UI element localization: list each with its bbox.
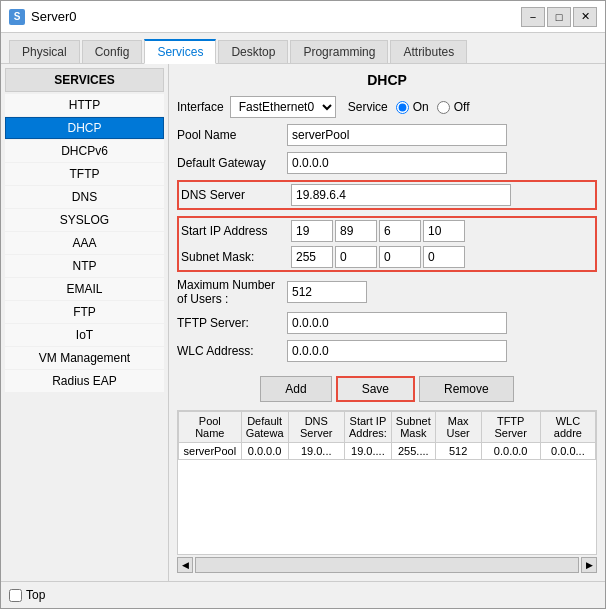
tab-bar: Physical Config Services Desktop Program… [1, 33, 605, 64]
col-max-user: Max User [435, 412, 481, 443]
max-users-input[interactable] [287, 281, 367, 303]
pool-name-row: Pool Name [177, 124, 597, 146]
sidebar-item-dns[interactable]: DNS [5, 186, 164, 208]
start-ip-2[interactable] [335, 220, 377, 242]
sidebar-item-email[interactable]: EMAIL [5, 278, 164, 300]
scroll-track[interactable] [195, 557, 579, 573]
start-ip-4[interactable] [423, 220, 465, 242]
panel-title: DHCP [177, 72, 597, 88]
pool-name-input[interactable] [287, 124, 507, 146]
subnet-mask-1[interactable] [291, 246, 333, 268]
col-subnet-mask: SubnetMask [391, 412, 435, 443]
sidebar-item-iot[interactable]: IoT [5, 324, 164, 346]
cell-start-ip: 19.0.... [344, 443, 391, 460]
col-tftp-server: TFTP Server [481, 412, 540, 443]
top-label: Top [26, 588, 45, 602]
app-icon: S [9, 9, 25, 25]
subnet-mask-4[interactable] [423, 246, 465, 268]
start-ip-row: Start IP Address [181, 220, 593, 242]
cell-pool-name: serverPool [179, 443, 242, 460]
subnet-mask-2[interactable] [335, 246, 377, 268]
tftp-server-row: TFTP Server: [177, 312, 597, 334]
title-bar: S Server0 − □ ✕ [1, 1, 605, 33]
sidebar-item-dhcpv6[interactable]: DHCPv6 [5, 140, 164, 162]
col-start-ip: Start IPAddres: [344, 412, 391, 443]
scroll-left-arrow[interactable]: ◀ [177, 557, 193, 573]
action-buttons: Add Save Remove [177, 376, 597, 402]
maximize-button[interactable]: □ [547, 7, 571, 27]
default-gw-input[interactable] [287, 152, 507, 174]
subnet-mask-3[interactable] [379, 246, 421, 268]
sidebar-item-ntp[interactable]: NTP [5, 255, 164, 277]
cell-max-user: 512 [435, 443, 481, 460]
col-wlc-addre: WLC addre [540, 412, 595, 443]
cell-subnet-mask: 255.... [391, 443, 435, 460]
wlc-address-row: WLC Address: [177, 340, 597, 362]
tftp-server-input[interactable] [287, 312, 507, 334]
tftp-server-label: TFTP Server: [177, 316, 287, 330]
service-group: Service On Off [348, 100, 470, 114]
cell-tftp-server: 0.0.0.0 [481, 443, 540, 460]
sidebar-scroll: HTTP DHCP DHCPv6 TFTP DNS SYSLOG AAA NTP… [5, 94, 164, 577]
sidebar-item-tftp[interactable]: TFTP [5, 163, 164, 185]
start-ip-3[interactable] [379, 220, 421, 242]
max-users-row: Maximum Number of Users : [177, 278, 597, 306]
window-title: Server0 [31, 9, 521, 24]
dns-server-input[interactable] [291, 184, 511, 206]
tab-physical[interactable]: Physical [9, 40, 80, 63]
sidebar-item-syslog[interactable]: SYSLOG [5, 209, 164, 231]
sidebar-item-aaa[interactable]: AAA [5, 232, 164, 254]
wlc-address-input[interactable] [287, 340, 507, 362]
remove-button[interactable]: Remove [419, 376, 514, 402]
top-checkbox-label[interactable]: Top [9, 588, 45, 602]
col-default-gw: DefaultGatewa [241, 412, 288, 443]
table-row: serverPool 0.0.0.0 19.0... 19.0.... 255.… [179, 443, 596, 460]
horizontal-scrollbar[interactable]: ◀ ▶ [177, 557, 597, 573]
dhcp-table: Pool Name DefaultGatewa DNS Server Start… [178, 411, 596, 460]
sidebar-item-radius-eap[interactable]: Radius EAP [5, 370, 164, 392]
dns-server-row: DNS Server [181, 184, 593, 206]
sidebar-item-vm-management[interactable]: VM Management [5, 347, 164, 369]
cell-wlc-addre: 0.0.0... [540, 443, 595, 460]
content-area: SERVICES HTTP DHCP DHCPv6 TFTP DNS SYSLO… [1, 64, 605, 581]
pool-name-label: Pool Name [177, 128, 287, 142]
scroll-right-arrow[interactable]: ▶ [581, 557, 597, 573]
title-bar-controls: − □ ✕ [521, 7, 597, 27]
sidebar: SERVICES HTTP DHCP DHCPv6 TFTP DNS SYSLO… [1, 64, 169, 581]
subnet-mask-label: Subnet Mask: [181, 250, 291, 264]
subnet-mask-row: Subnet Mask: [181, 246, 593, 268]
cell-default-gw: 0.0.0.0 [241, 443, 288, 460]
start-ip-label: Start IP Address [181, 224, 291, 238]
start-ip-1[interactable] [291, 220, 333, 242]
tab-programming[interactable]: Programming [290, 40, 388, 63]
tab-services[interactable]: Services [144, 39, 216, 64]
service-label: Service [348, 100, 388, 114]
dns-server-label: DNS Server [181, 188, 291, 202]
dns-server-highlighted: DNS Server [177, 180, 597, 210]
dhcp-table-container: Pool Name DefaultGatewa DNS Server Start… [177, 410, 597, 555]
sidebar-item-http[interactable]: HTTP [5, 94, 164, 116]
main-panel: DHCP Interface FastEthernet0 Service On … [169, 64, 605, 581]
close-button[interactable]: ✕ [573, 7, 597, 27]
ip-subnet-highlighted: Start IP Address Subnet Mask: [177, 216, 597, 272]
default-gw-row: Default Gateway [177, 152, 597, 174]
tab-config[interactable]: Config [82, 40, 143, 63]
add-button[interactable]: Add [260, 376, 331, 402]
sidebar-item-ftp[interactable]: FTP [5, 301, 164, 323]
service-off-radio[interactable]: Off [437, 100, 470, 114]
minimize-button[interactable]: − [521, 7, 545, 27]
wlc-address-label: WLC Address: [177, 344, 287, 358]
sidebar-item-dhcp[interactable]: DHCP [5, 117, 164, 139]
service-on-radio[interactable]: On [396, 100, 429, 114]
bottom-bar: Top [1, 581, 605, 608]
interface-label: Interface [177, 100, 224, 114]
tab-desktop[interactable]: Desktop [218, 40, 288, 63]
col-pool-name: Pool Name [179, 412, 242, 443]
save-button[interactable]: Save [336, 376, 415, 402]
cell-dns-server: 19.0... [288, 443, 344, 460]
sidebar-header: SERVICES [5, 68, 164, 92]
interface-select[interactable]: FastEthernet0 [230, 96, 336, 118]
interface-row: Interface FastEthernet0 Service On Off [177, 96, 597, 118]
top-checkbox[interactable] [9, 589, 22, 602]
tab-attributes[interactable]: Attributes [390, 40, 467, 63]
